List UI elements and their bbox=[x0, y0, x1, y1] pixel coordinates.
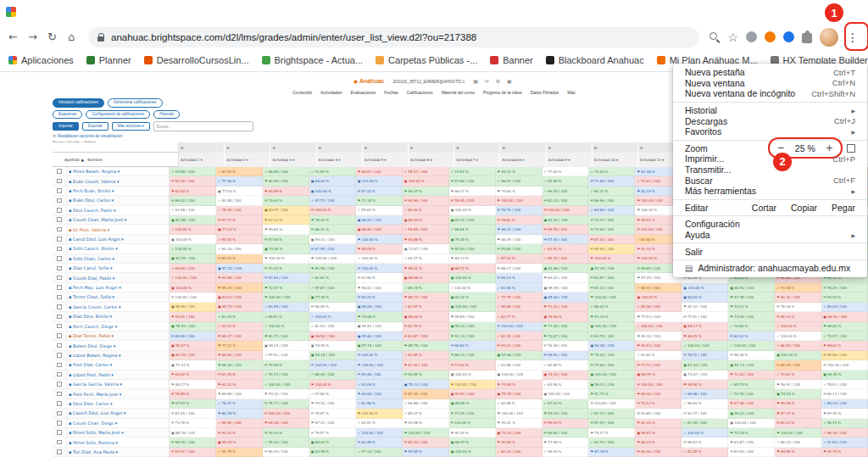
grade-cell[interactable]: ✉ 57.40 / 100 bbox=[542, 235, 589, 244]
grade-cell[interactable]: ✉ 73.15 / 100 bbox=[449, 409, 496, 418]
grade-cell[interactable]: ✉ 79.56 % bbox=[263, 360, 309, 370]
grade-cell[interactable]: ✉ 99.78 / 100 bbox=[542, 225, 589, 234]
grade-cell[interactable]: ⚑ 93.33 % bbox=[588, 312, 635, 321]
grade-cell[interactable]: ⚑ 65.00 / 100 bbox=[635, 389, 682, 398]
grade-cell[interactable]: ⚑ 92.89 % bbox=[496, 437, 542, 447]
grade-cell[interactable]: ⚑ 64.90 % bbox=[775, 448, 821, 457]
grade-cell[interactable]: ✓ 93.59 / 100 bbox=[170, 167, 216, 176]
grade-cell[interactable]: ⚑ 63.53 % bbox=[170, 187, 216, 196]
grade-cell[interactable]: ▣ 100.00 % bbox=[449, 371, 496, 380]
grade-cell[interactable]: ✓ 90.41 % bbox=[588, 187, 635, 196]
grade-cell[interactable]: ⚑ 93.08 % bbox=[403, 419, 449, 428]
row-checkbox[interactable] bbox=[53, 341, 67, 350]
grade-cell[interactable]: ⚑ 79.04 / 100 bbox=[588, 351, 635, 360]
grade-cell[interactable]: ✉ 79.57 % bbox=[309, 428, 356, 437]
site-nav-link-actividades[interactable]: Actividades bbox=[320, 90, 342, 95]
grade-cell[interactable]: ⚑ 100.00 / 100 bbox=[496, 409, 542, 418]
grade-cell[interactable]: ✉ 73.32 % bbox=[263, 264, 309, 273]
grade-cell[interactable]: ⚑ 100.00 % bbox=[263, 254, 309, 264]
grade-cell[interactable]: ▣ 72.43 % bbox=[170, 360, 216, 370]
bookmark-item-brightspace-actua[interactable]: Brightspace - Actua... bbox=[262, 55, 364, 65]
row-checkbox[interactable] bbox=[53, 437, 67, 447]
back-button[interactable]: ← bbox=[3, 27, 23, 47]
grade-cell[interactable]: ▣ 62.42 % bbox=[449, 293, 496, 302]
grade-cell[interactable]: ✓ 81.25 % bbox=[682, 448, 728, 457]
grade-cell[interactable]: ✉ 94.39 / 100 bbox=[170, 176, 216, 186]
grade-cell[interactable]: ▣ 95.45 / 100 bbox=[542, 283, 589, 293]
menu-action-pegar[interactable]: Pegar bbox=[832, 203, 855, 213]
grade-cell[interactable]: ⚑ 92.74 % bbox=[821, 448, 868, 457]
student-name-link[interactable]: ▪ Pech May, Luis Ángel ▾ bbox=[67, 283, 170, 293]
grade-cell[interactable]: ✉ 90.55 % bbox=[403, 371, 449, 380]
grade-cell[interactable]: ▣ 91.68 / 100 bbox=[542, 264, 589, 273]
grade-cell[interactable]: ⚑ 64.88 % bbox=[403, 235, 449, 244]
grade-cell[interactable]: ✉ 57.06 % bbox=[263, 235, 309, 244]
grade-cell[interactable]: ✉ 63.75 / 100 bbox=[588, 332, 635, 341]
grade-cell[interactable]: ✓ 64.88 / 100 bbox=[588, 206, 635, 215]
grade-cell[interactable]: ✓ 77.00 % bbox=[542, 167, 589, 176]
grade-cell[interactable]: ✉ 78.16 % bbox=[775, 303, 821, 312]
grade-cell[interactable]: ▣ 100.00 % bbox=[170, 235, 216, 244]
student-name-link[interactable]: ▪ López Balam, Regina ▾ bbox=[67, 351, 170, 360]
student-name-link[interactable]: ▪ Cauich Dzul, Luis Ángel ▾ bbox=[67, 409, 170, 418]
grade-cell[interactable]: ✓ 94.52 % bbox=[216, 235, 263, 244]
grade-cell[interactable]: ✓ 97.87 / 100 bbox=[309, 283, 356, 293]
row-checkbox[interactable] bbox=[53, 254, 67, 264]
grade-cell[interactable]: ⚑ 69.60 / 100 bbox=[356, 389, 403, 398]
row-checkbox[interactable] bbox=[53, 176, 67, 186]
grade-cell[interactable]: ▣ 78.06 % bbox=[542, 312, 589, 321]
grade-cell[interactable]: ✉ 69.99 / 100 bbox=[170, 332, 216, 341]
bookmark-item-blackboard-anahuac[interactable]: Blackboard Anahuac bbox=[546, 55, 644, 65]
grade-cell[interactable]: ⚑ 100.00 / 100 bbox=[775, 428, 821, 437]
grade-cell[interactable]: ⚑ 59.65 % bbox=[403, 448, 449, 457]
grade-cell[interactable]: ⚑ 77.12 % bbox=[216, 341, 263, 350]
grade-cell[interactable]: ✓ 62.77 % bbox=[496, 312, 542, 321]
grade-cell[interactable]: ✓ 100.00 / 100 bbox=[682, 341, 728, 350]
grade-cell[interactable]: ✓ 94.48 / 100 bbox=[170, 206, 216, 215]
grade-cell[interactable]: ✉ 77.51 / 100 bbox=[682, 312, 728, 321]
grade-cell[interactable]: ✓ 93.13 % bbox=[216, 322, 263, 332]
grade-cell[interactable]: ✉ 100.00 / 100 bbox=[263, 409, 309, 418]
grade-column-header[interactable]: Actividad 6 ▾ bbox=[409, 153, 454, 167]
grade-cell[interactable]: ✓ 85.74 / 100 bbox=[542, 254, 589, 264]
grade-cell[interactable]: ⚑ 80.29 / 100 bbox=[496, 235, 542, 244]
grade-cell[interactable]: ✉ 100.00 / 100 bbox=[496, 322, 542, 332]
grade-column-header[interactable]: Actividad 9 ▾ bbox=[547, 153, 593, 167]
grade-cell[interactable]: ✓ 78.91 / 100 bbox=[821, 380, 868, 389]
extension-icon-gray[interactable] bbox=[746, 31, 757, 42]
grade-cell[interactable]: ⚑ 92.63 / 100 bbox=[635, 341, 682, 350]
grade-cell[interactable]: ✉ 83.13 / 100 bbox=[588, 283, 635, 293]
grade-cell[interactable]: ✓ 77.96 % bbox=[216, 176, 263, 186]
grade-column-header[interactable]: Actividad 3 ▾ bbox=[270, 153, 316, 167]
grade-cell[interactable]: ⚑ 72.47 % bbox=[263, 283, 309, 293]
grade-cell[interactable]: ▣ 85.72 / 100 bbox=[216, 303, 263, 312]
grade-cell[interactable]: ✓ 96.44 % bbox=[542, 448, 589, 457]
grade-cell[interactable]: ⚑ 64.13 % bbox=[449, 254, 496, 264]
grade-cell[interactable]: ▣ 94.39 % bbox=[821, 371, 868, 380]
extension-icon-orange[interactable] bbox=[765, 31, 776, 42]
grade-cell[interactable]: ▣ 77.03 % bbox=[216, 187, 263, 196]
grade-cell[interactable]: ✉ 73.78 % bbox=[170, 419, 216, 428]
grade-cell[interactable]: ✉ 60.11 / 100 bbox=[821, 389, 868, 398]
grade-cell[interactable]: ✉ 94.93 % bbox=[821, 293, 868, 302]
grade-cell[interactable]: ✉ 100.00 % bbox=[356, 351, 403, 360]
grade-cell[interactable]: ▣ 77.23 % bbox=[216, 225, 263, 234]
grade-cell[interactable]: ⚑ 55.26 % bbox=[775, 399, 821, 409]
grade-cell[interactable]: ▣ 66.63 % bbox=[309, 437, 356, 447]
grade-cell[interactable]: ✉ 56.96 / 100 bbox=[588, 196, 635, 205]
grade-cell[interactable]: ▣ 94.48 / 100 bbox=[588, 341, 635, 350]
bookmark-item-aplicaciones[interactable]: Aplicaciones bbox=[8, 55, 74, 65]
grade-cell[interactable]: ⚑ 92.32 / 100 bbox=[682, 303, 728, 312]
extensions-puzzle-icon[interactable] bbox=[802, 33, 812, 43]
grade-cell[interactable]: ✉ 59.46 / 100 bbox=[356, 371, 403, 380]
grade-cell[interactable]: ▣ 55.10 / 100 bbox=[449, 322, 496, 332]
toolbar-pill-configuración-de-calificaciones[interactable]: Configuración de calificaciones bbox=[86, 110, 150, 120]
grade-cell[interactable]: ✉ 93.96 % bbox=[356, 273, 403, 282]
grade-cell[interactable]: ▣ 72.07 / 100 bbox=[682, 371, 728, 380]
grade-cell[interactable]: ⚑ 100.00 % bbox=[356, 409, 403, 418]
grade-cell[interactable]: ▣ 82.98 / 100 bbox=[170, 215, 216, 225]
grade-cell[interactable]: ✓ 81.98 % bbox=[496, 283, 542, 293]
toolbar-btn-más-acciones[interactable]: Más acciones ▾ bbox=[112, 122, 150, 131]
grade-cell[interactable]: ⚑ 71.18 % bbox=[356, 196, 403, 205]
grade-cell[interactable]: ✉ 77.72 / 100 bbox=[635, 360, 682, 370]
